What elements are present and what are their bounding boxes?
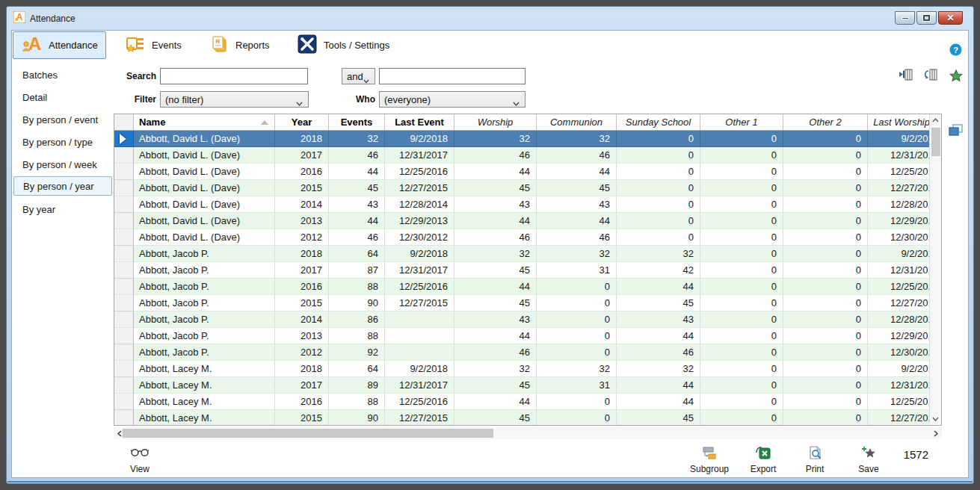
- table-row[interactable]: Abbott, David L. (Dave)20134412/29/20134…: [114, 213, 929, 229]
- row-selector[interactable]: [114, 180, 134, 196]
- sidebar-item-by-person-year[interactable]: By person / year: [13, 176, 112, 196]
- column-header-other-1[interactable]: Other 1: [700, 114, 783, 131]
- vertical-scroll-thumb[interactable]: [931, 128, 940, 156]
- table-row[interactable]: Abbott, David L. (Dave)20124612/30/20124…: [114, 229, 929, 246]
- cell: 12/31/2017: [385, 147, 454, 164]
- close-button[interactable]: ✕: [938, 11, 963, 25]
- cell: 0: [537, 394, 617, 410]
- row-selector[interactable]: [114, 377, 134, 394]
- cell: 0: [700, 180, 783, 196]
- search-operator-dropdown[interactable]: and: [342, 68, 375, 84]
- subgroup-icon[interactable]: [701, 447, 716, 462]
- table-row[interactable]: Abbott, Lacey M.20168812/25/201644044001…: [114, 394, 929, 410]
- print-icon[interactable]: [809, 446, 822, 462]
- table-row[interactable]: Abbott, David L. (Dave)20174612/31/20174…: [114, 147, 929, 164]
- row-selector[interactable]: [114, 311, 134, 328]
- cell: 44: [537, 213, 617, 229]
- table-row[interactable]: Abbott, Jacob P.20178712/31/201745314200…: [114, 262, 929, 279]
- sidebar-item-by-year[interactable]: By year: [13, 200, 112, 220]
- column-header-last-worship[interactable]: Last Worship: [868, 114, 929, 131]
- row-selector[interactable]: [114, 131, 134, 147]
- table-row[interactable]: Abbott, David L. (Dave)2018329/2/2018323…: [114, 131, 929, 147]
- column-header-year[interactable]: Year: [275, 114, 329, 131]
- table-row[interactable]: Abbott, Jacob P.2018649/2/2018323232009/…: [114, 246, 929, 262]
- sidebar-item-by-person-type[interactable]: By person / type: [13, 133, 112, 152]
- tab-events[interactable]: Events: [118, 31, 189, 59]
- jump-to-record-icon[interactable]: [899, 69, 913, 84]
- table-row[interactable]: Abbott, Jacob P.20159012/27/201545045001…: [114, 295, 929, 311]
- window-copy-icon[interactable]: [949, 124, 963, 140]
- column-header-communion[interactable]: Communion: [537, 114, 617, 131]
- sidebar-item-by-person-week[interactable]: By person / week: [13, 155, 112, 175]
- column-header-sunday-school[interactable]: Sunday School: [617, 114, 700, 131]
- row-selector[interactable]: [114, 164, 134, 180]
- row-selector[interactable]: [114, 262, 134, 279]
- table-row[interactable]: Abbott, Jacob P.201292460460012/30/2012: [114, 344, 929, 361]
- row-selector[interactable]: [114, 394, 134, 410]
- minimize-button[interactable]: [895, 11, 915, 25]
- tab-tools-settings[interactable]: Tools / Settings: [290, 31, 397, 59]
- row-selector[interactable]: [114, 246, 134, 262]
- table-row[interactable]: Abbott, David L. (Dave)20164412/25/20164…: [114, 164, 929, 180]
- chevron-down-icon: [363, 75, 369, 86]
- save-icon[interactable]: [862, 446, 877, 462]
- scroll-up-icon[interactable]: [929, 114, 941, 126]
- search-input[interactable]: [160, 68, 308, 84]
- row-selector[interactable]: [114, 344, 134, 361]
- view-icon[interactable]: [131, 447, 149, 461]
- filter-dropdown[interactable]: (no filter): [160, 91, 309, 108]
- horizontal-scrollbar[interactable]: [114, 427, 942, 439]
- export-icon[interactable]: [756, 446, 771, 462]
- print-button[interactable]: Print: [795, 464, 834, 474]
- cell: 44: [454, 328, 537, 344]
- who-dropdown[interactable]: (everyone): [379, 91, 526, 108]
- tab-attendance[interactable]: A Attendance: [13, 31, 106, 59]
- scroll-right-icon[interactable]: [930, 427, 942, 439]
- row-selector[interactable]: [114, 196, 134, 213]
- sidebar-item-by-person-event[interactable]: By person / event: [13, 111, 112, 130]
- row-selector[interactable]: [114, 229, 134, 246]
- refresh-grid-icon[interactable]: [922, 69, 937, 84]
- subgroup-button[interactable]: Subgroup: [686, 464, 733, 474]
- table-row[interactable]: Abbott, Jacob P.201486430430012/28/2014: [114, 311, 929, 328]
- column-header-name[interactable]: Name: [134, 114, 275, 131]
- favorite-star-icon[interactable]: [949, 69, 963, 85]
- select-all-corner[interactable]: [114, 114, 134, 131]
- table-row[interactable]: Abbott, Jacob P.201388440440012/29/2013: [114, 328, 929, 344]
- cell: Abbott, David L. (Dave): [134, 131, 275, 147]
- row-selector[interactable]: [114, 213, 134, 229]
- row-selector[interactable]: [114, 147, 134, 164]
- titlebar[interactable]: A Attendance ✕: [7, 7, 973, 30]
- vertical-scrollbar[interactable]: [929, 114, 941, 425]
- cell: Abbott, David L. (Dave): [134, 147, 275, 164]
- scroll-down-icon[interactable]: [929, 413, 941, 425]
- table-row[interactable]: Abbott, Lacey M.20159012/27/201545045001…: [114, 410, 929, 425]
- row-selector[interactable]: [114, 361, 134, 377]
- cell: 0: [783, 180, 868, 196]
- table-row[interactable]: Abbott, Lacey M.2018649/2/2018323232009/…: [114, 361, 929, 377]
- help-icon[interactable]: ?: [949, 43, 962, 59]
- row-selector[interactable]: [114, 279, 134, 295]
- view-button[interactable]: View: [117, 464, 163, 474]
- column-header-last-event[interactable]: Last Event: [385, 114, 454, 131]
- horizontal-scroll-thumb[interactable]: [123, 429, 493, 438]
- table-row[interactable]: Abbott, David L. (Dave)20154512/27/20154…: [114, 180, 929, 196]
- table-row[interactable]: Abbott, Jacob P.20168812/25/201644044001…: [114, 279, 929, 295]
- cell: 0: [537, 410, 617, 425]
- export-button[interactable]: Export: [742, 464, 784, 474]
- cell: 90: [329, 295, 385, 311]
- row-selector[interactable]: [114, 410, 134, 425]
- row-selector[interactable]: [114, 295, 134, 311]
- tab-reports[interactable]: R Reports: [202, 31, 277, 59]
- save-button[interactable]: Save: [850, 464, 887, 474]
- maximize-button[interactable]: [916, 11, 937, 25]
- search-input-2[interactable]: [379, 68, 526, 84]
- cell: [385, 344, 454, 361]
- row-selector[interactable]: [114, 328, 134, 344]
- column-header-events[interactable]: Events: [329, 114, 385, 131]
- cell: 2016: [275, 164, 329, 180]
- table-row[interactable]: Abbott, David L. (Dave)20144312/28/20144…: [114, 196, 929, 213]
- column-header-worship[interactable]: Worship: [454, 114, 537, 131]
- column-header-other-2[interactable]: Other 2: [783, 114, 868, 131]
- table-row[interactable]: Abbott, Lacey M.20178912/31/201745314400…: [114, 377, 929, 394]
